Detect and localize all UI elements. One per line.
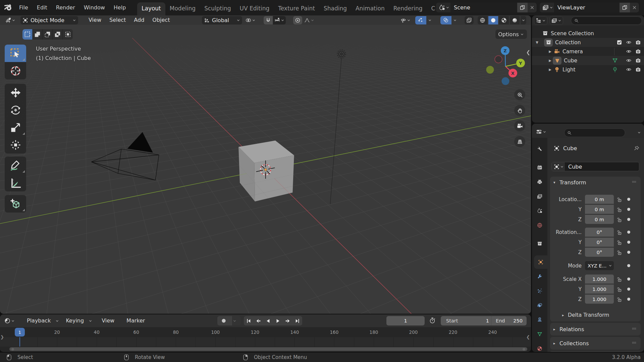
tool-move[interactable] bbox=[5, 84, 26, 101]
shading-solid-button[interactable] bbox=[488, 16, 498, 24]
relations-panel[interactable]: ▸Relations bbox=[550, 323, 641, 336]
field-value[interactable]: 0 m bbox=[585, 195, 614, 204]
animate-dot[interactable] bbox=[627, 288, 630, 291]
animate-dot[interactable] bbox=[627, 231, 630, 234]
mode-dropdown[interactable]: Object Mode bbox=[20, 16, 78, 24]
menu-keying[interactable]: Keying bbox=[61, 314, 88, 328]
properties-tab-collection[interactable] bbox=[532, 237, 547, 250]
collection-hide-icon[interactable] bbox=[626, 39, 632, 46]
properties-search-input[interactable] bbox=[564, 128, 625, 137]
blender-logo-icon[interactable] bbox=[4, 3, 14, 12]
proportional-toggle[interactable] bbox=[293, 16, 302, 24]
properties-tab-modifiers[interactable] bbox=[532, 270, 547, 283]
start-value[interactable]: 1 bbox=[486, 318, 489, 323]
tab-compositing[interactable]: Compositing bbox=[427, 2, 435, 15]
viewlayer-name-field[interactable]: ViewLayer bbox=[554, 3, 620, 12]
field-value[interactable]: 0° bbox=[585, 248, 614, 257]
lock-icon[interactable] bbox=[616, 230, 622, 235]
animate-dot[interactable] bbox=[627, 198, 630, 201]
collection-exclude-checkbox[interactable] bbox=[616, 39, 623, 46]
select-mode-invert[interactable] bbox=[53, 29, 63, 40]
properties-tab-object[interactable] bbox=[534, 255, 547, 269]
zoom-button[interactable] bbox=[514, 89, 525, 100]
tab-rendering[interactable]: Rendering bbox=[389, 2, 427, 15]
axis-neg-x-ball[interactable] bbox=[495, 56, 502, 63]
outliner-row-camera[interactable]: ▶ Camera bbox=[532, 47, 644, 56]
tab-modeling[interactable]: Modeling bbox=[165, 2, 200, 15]
overlays-dropdown[interactable] bbox=[452, 16, 458, 24]
menu-marker[interactable]: Marker bbox=[122, 314, 149, 328]
play-button[interactable] bbox=[273, 316, 283, 325]
lock-icon[interactable] bbox=[616, 277, 622, 282]
preview-range-icon[interactable] bbox=[429, 317, 436, 325]
orientation-dropdown[interactable]: Global bbox=[202, 16, 242, 24]
field-value[interactable]: 0 m bbox=[585, 205, 614, 214]
axis-neg-y-ball[interactable] bbox=[486, 66, 494, 74]
current-frame-marker[interactable]: 1 bbox=[15, 328, 25, 337]
sidebar-collapse-arrow[interactable]: ❮ bbox=[526, 49, 530, 55]
properties-tab-world[interactable] bbox=[532, 219, 547, 232]
tool-transform[interactable] bbox=[5, 136, 26, 154]
camera-render-icon[interactable] bbox=[635, 48, 641, 55]
tab-texture-paint[interactable]: Texture Paint bbox=[274, 2, 319, 15]
delta-transform-subpanel[interactable]: ▸Delta Transform bbox=[562, 312, 609, 318]
snap-toggle[interactable] bbox=[264, 16, 273, 24]
lock-icon[interactable] bbox=[616, 297, 622, 302]
lock-icon[interactable] bbox=[616, 207, 622, 212]
tab-layout[interactable]: Layout bbox=[137, 2, 165, 15]
viewlayer-copy-button[interactable] bbox=[620, 3, 630, 12]
light-hide-icon[interactable] bbox=[626, 66, 632, 73]
tool-cursor[interactable] bbox=[5, 62, 26, 79]
filter-dropdown[interactable] bbox=[550, 16, 563, 25]
light-render-icon[interactable] bbox=[635, 66, 641, 73]
jump-to-start-button[interactable] bbox=[244, 316, 254, 325]
menu-help[interactable]: Help bbox=[109, 0, 130, 15]
properties-tab-physics[interactable] bbox=[532, 299, 547, 312]
menu-select[interactable]: Select bbox=[105, 15, 130, 25]
animate-dot[interactable] bbox=[627, 278, 630, 281]
tool-measure[interactable] bbox=[5, 174, 26, 191]
field-value[interactable]: 1.000 bbox=[585, 285, 614, 294]
xray-toggle[interactable] bbox=[465, 16, 474, 24]
lock-icon[interactable] bbox=[616, 197, 622, 202]
tab-uv-editing[interactable]: UV Editing bbox=[235, 2, 274, 15]
menu-render[interactable]: Render bbox=[52, 0, 79, 15]
menu-playback[interactable]: Playback bbox=[22, 314, 55, 328]
tool-select-box[interactable] bbox=[5, 45, 26, 62]
select-mode-intersect[interactable] bbox=[63, 29, 73, 40]
properties-editor-type-button[interactable] bbox=[536, 128, 547, 135]
animate-dot[interactable] bbox=[627, 251, 630, 254]
animate-dot[interactable] bbox=[627, 264, 630, 267]
record-dropdown[interactable] bbox=[232, 316, 241, 325]
timeline-right-arrow[interactable]: ❮ bbox=[526, 335, 530, 340]
scrollbar-right-handle[interactable] bbox=[523, 348, 525, 351]
scene-copy-button[interactable] bbox=[517, 3, 528, 12]
animate-dot[interactable] bbox=[627, 241, 630, 244]
play-reverse-button[interactable] bbox=[263, 316, 273, 325]
select-mode-set[interactable] bbox=[22, 29, 33, 40]
lock-icon[interactable] bbox=[616, 250, 622, 255]
record-button[interactable] bbox=[217, 316, 232, 325]
timeline-track-area[interactable] bbox=[0, 337, 531, 347]
menu-window[interactable]: Window bbox=[79, 0, 109, 15]
pivot-dropdown[interactable] bbox=[245, 17, 256, 23]
outliner-row-scene-collection[interactable]: ▼ Scene Collection bbox=[532, 29, 644, 38]
navigation-gizmo[interactable]: XYZ bbox=[483, 44, 528, 88]
select-mode-subtract[interactable] bbox=[43, 29, 53, 40]
jump-to-end-button[interactable] bbox=[292, 316, 302, 325]
outliner-row-light[interactable]: ▶ Light bbox=[532, 65, 644, 74]
viewlayer-unlink-button[interactable] bbox=[630, 3, 639, 12]
tool-add-cube[interactable] bbox=[5, 195, 26, 213]
animate-dot[interactable] bbox=[627, 208, 630, 211]
tool-scale[interactable] bbox=[5, 119, 26, 136]
lock-icon[interactable] bbox=[616, 287, 622, 292]
3d-scene[interactable] bbox=[0, 25, 531, 314]
scene-unlink-button[interactable] bbox=[528, 3, 537, 12]
outliner-search-input[interactable] bbox=[571, 16, 642, 25]
properties-tab-view-layer[interactable] bbox=[532, 190, 547, 203]
properties-tab-data[interactable] bbox=[532, 327, 547, 341]
object-id-icon[interactable] bbox=[552, 162, 565, 171]
properties-tab-tool[interactable] bbox=[532, 142, 547, 156]
display-mode-dropdown[interactable] bbox=[534, 16, 547, 25]
field-value[interactable]: 1.000 bbox=[585, 275, 614, 284]
